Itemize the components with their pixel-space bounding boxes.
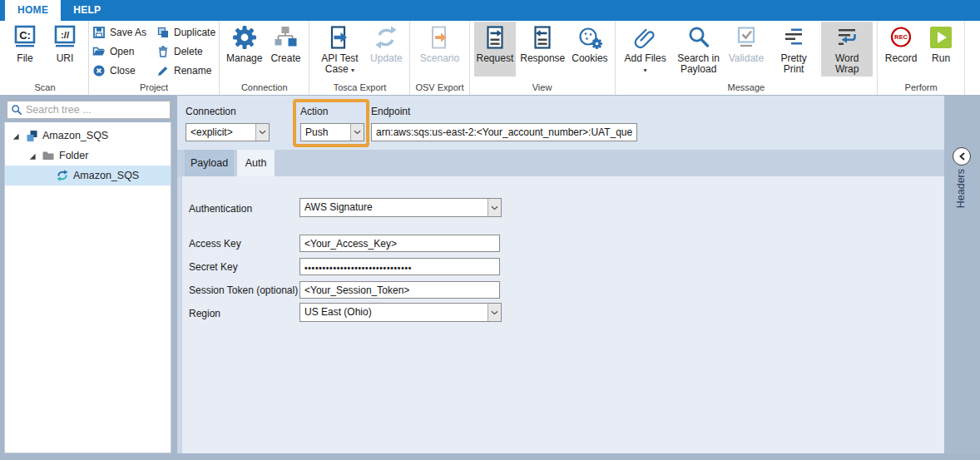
chevron-down-icon[interactable]	[488, 199, 501, 216]
session-token-input[interactable]	[299, 281, 500, 299]
api-test-case-button[interactable]: API Test Case ▾	[314, 22, 365, 77]
update-button: Update	[367, 22, 405, 77]
refresh-icon	[373, 24, 399, 51]
svg-text:REC: REC	[894, 33, 908, 41]
action-label: Action	[300, 106, 328, 117]
request-header-band: Connection <explicit> Action Push Endpoi…	[177, 96, 944, 150]
scenario-button: Scenario	[418, 22, 462, 77]
region-dropdown[interactable]: US East (Ohio)	[299, 303, 502, 322]
uri-button[interactable]: :// URI	[46, 22, 84, 77]
cookie-icon	[577, 24, 603, 51]
paperclip-icon	[632, 24, 659, 51]
request-document-icon	[482, 24, 508, 51]
ribbon-tabbar: HOME HELP	[0, 0, 980, 21]
search-icon	[686, 24, 712, 51]
scenario-document-icon	[426, 24, 453, 51]
tree-node-root[interactable]: Amazon_SQS	[5, 126, 171, 146]
pencil-icon	[156, 64, 170, 77]
open-button[interactable]: Open	[92, 43, 146, 60]
create-button[interactable]: Create	[266, 22, 304, 77]
ribbon-group-project: Save As Open	[89, 21, 220, 95]
tab-payload[interactable]: Payload	[185, 150, 234, 176]
folder-icon	[42, 149, 55, 162]
connection-label: Connection	[186, 106, 236, 117]
close-button[interactable]: Close	[92, 62, 146, 79]
chevron-down-icon[interactable]	[255, 124, 269, 141]
secret-key-input[interactable]	[299, 258, 500, 275]
word-wrap-button[interactable]: Word Wrap	[821, 22, 873, 77]
authentication-dropdown[interactable]: AWS Signature	[299, 198, 502, 217]
ribbon-group-osv-export: Scenario OSV Export	[410, 21, 469, 95]
rename-button[interactable]: Rename	[156, 62, 215, 79]
trash-icon	[156, 45, 170, 58]
svg-text:://: ://	[61, 30, 70, 40]
response-button[interactable]: Response	[517, 22, 567, 77]
document-export-icon	[326, 24, 353, 51]
endpoint-label: Endpoint	[371, 106, 410, 117]
ribbon-group-tosca-export: API Test Case ▾ Update Tosca Export	[309, 21, 410, 95]
chevron-down-icon[interactable]	[488, 304, 501, 321]
project-tree: Amazon_SQS Folder Amazon_SQS	[4, 122, 171, 453]
response-document-icon	[529, 24, 556, 51]
manage-button[interactable]: Manage	[224, 22, 265, 77]
tree-node-folder[interactable]: Folder	[5, 146, 171, 166]
expand-panel-button[interactable]	[953, 147, 971, 166]
session-token-label: Session Token (optional)	[189, 284, 298, 296]
expander-icon[interactable]	[27, 150, 37, 161]
pretty-print-button[interactable]: Pretty Print	[768, 22, 819, 77]
group-label-project: Project	[92, 82, 215, 95]
record-button[interactable]: REC Record	[882, 22, 920, 77]
record-icon: REC	[888, 24, 914, 51]
access-key-input[interactable]	[299, 235, 500, 252]
add-files-button[interactable]: Add Files ▾	[620, 22, 671, 77]
tree-node-amazon-sqs[interactable]: Amazon_SQS	[5, 166, 171, 185]
chevron-down-icon[interactable]	[350, 124, 364, 141]
payload-auth-tabstrip: Payload Auth	[177, 150, 944, 176]
file-button[interactable]: C: File	[6, 22, 44, 77]
tree-search-input[interactable]	[26, 104, 166, 116]
gear-icon	[231, 24, 258, 51]
ribbon: C: File :// URI Scan	[0, 21, 980, 95]
svg-text:C:: C:	[19, 29, 31, 42]
auth-tab-content	[177, 176, 944, 453]
tab-headers[interactable]: Headers	[955, 169, 967, 208]
group-label-tosca-export: Tosca Export	[313, 82, 406, 95]
action-dropdown[interactable]: Push	[300, 123, 364, 141]
play-icon	[928, 24, 954, 51]
validate-button: Validate	[726, 22, 766, 77]
ribbon-group-connection: Manage Create Connection	[220, 21, 309, 95]
expander-icon[interactable]	[11, 130, 21, 141]
endpoint-input[interactable]	[371, 123, 637, 141]
sitemap-icon	[272, 24, 299, 51]
duplicate-icon	[156, 26, 170, 39]
group-label-osv-export: OSV Export	[413, 82, 465, 95]
tree-search-box	[7, 101, 171, 119]
close-circle-icon	[92, 64, 106, 77]
delete-button[interactable]: Delete	[156, 43, 215, 60]
save-as-button[interactable]: Save As	[92, 24, 146, 41]
dropdown-caret: ▾	[351, 67, 354, 74]
project-icon	[25, 129, 38, 142]
right-panel-strip: Headers	[944, 96, 980, 453]
tab-help[interactable]: HELP	[61, 0, 113, 21]
group-label-perform: Perform	[881, 82, 961, 95]
dropdown-caret: ▾	[644, 67, 647, 74]
file-scan-icon: C:	[12, 24, 38, 51]
duplicate-button[interactable]: Duplicate	[156, 24, 215, 41]
search-in-payload-button[interactable]: Search in Payload	[673, 22, 725, 77]
ribbon-group-scan: C: File :// URI Scan	[2, 21, 89, 95]
region-label: Region	[189, 308, 220, 319]
tab-home[interactable]: HOME	[5, 0, 61, 21]
sync-icon	[56, 169, 69, 182]
uri-scan-icon: ://	[52, 24, 78, 51]
tab-auth[interactable]: Auth	[237, 150, 275, 176]
save-as-icon	[92, 26, 106, 39]
tosca-api-scan-window: HOME HELP C: File ://	[0, 0, 980, 460]
connection-dropdown[interactable]: <explicit>	[186, 123, 270, 141]
cookies-button[interactable]: Cookies	[569, 22, 610, 77]
run-button[interactable]: Run	[922, 22, 960, 77]
group-label-message: Message	[619, 82, 874, 95]
request-button[interactable]: Request	[474, 22, 517, 77]
secret-key-label: Secret Key	[189, 261, 238, 273]
ribbon-group-perform: REC Record Run Perform	[878, 21, 965, 95]
